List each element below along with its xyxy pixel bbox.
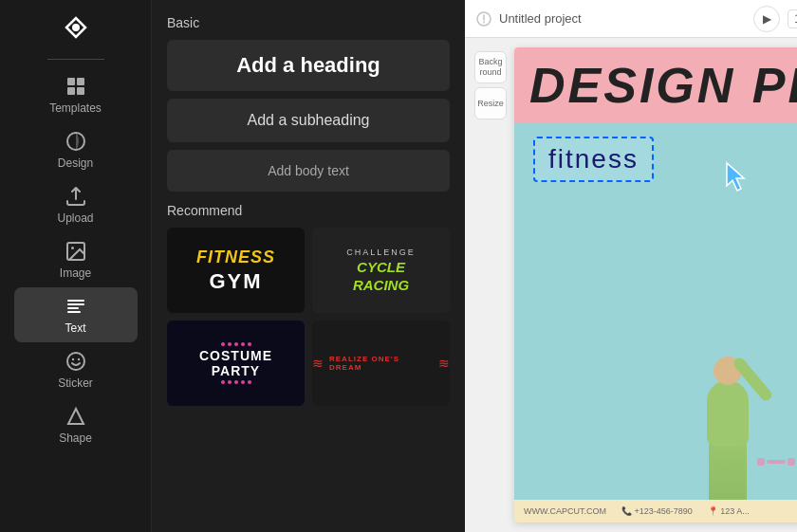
- svg-rect-5: [77, 87, 84, 95]
- sidebar-item-label: Design: [58, 156, 93, 170]
- fitness-textbox[interactable]: fitness: [533, 137, 654, 182]
- resize-tool[interactable]: Resize: [474, 87, 507, 119]
- warning-icon: [476, 11, 491, 27]
- svg-point-1: [72, 24, 80, 31]
- template-challenge-text: CHALLENGE: [346, 248, 416, 257]
- top-bar-actions: ▶ 100% ▾ ↩: [753, 6, 797, 32]
- zoom-control[interactable]: 100% ▾: [788, 9, 797, 28]
- sidebar-item-templates[interactable]: Templates: [14, 67, 138, 122]
- add-body-button[interactable]: Add body text: [167, 150, 450, 192]
- svg-rect-2: [67, 78, 75, 85]
- template-card-cycle-racing[interactable]: CHALLENGE CYCLE RACING: [312, 228, 450, 313]
- template-costume-text: COSTUME: [199, 348, 272, 363]
- sidebar-item-label: Shape: [59, 431, 92, 445]
- location-text: 📍 123 A...: [708, 506, 750, 516]
- template-card-realize-dream[interactable]: ≋ REALIZE ONE'S DREAM ≋: [312, 321, 450, 406]
- side-tools: Background Resize: [474, 47, 507, 523]
- sidebar-item-design[interactable]: Design: [14, 122, 138, 177]
- background-tool[interactable]: Background: [474, 51, 507, 83]
- sidebar-item-label: Upload: [57, 211, 93, 225]
- design-canvas[interactable]: DESIGN PLA fitness: [514, 47, 797, 523]
- costume-dots: [221, 342, 251, 346]
- right-wing-icon: ≋: [438, 356, 450, 371]
- realize-wings: ≋ REALIZE ONE'S DREAM ≋: [312, 355, 450, 372]
- costume-dots-bottom: [221, 380, 251, 384]
- canvas-panel: Untitled project ▶ 100% ▾ ↩ Background R…: [465, 0, 797, 532]
- svg-point-8: [71, 247, 74, 249]
- svg-point-10: [71, 358, 73, 360]
- canvas-body: fitness: [514, 123, 797, 523]
- sidebar-item-label: Sticker: [58, 376, 93, 390]
- top-bar: Untitled project ▶ 100% ▾ ↩: [465, 0, 797, 38]
- play-button[interactable]: ▶: [753, 6, 780, 32]
- template-cycle-text: CYCLE: [357, 259, 405, 275]
- template-racing-text: RACING: [353, 277, 409, 293]
- sidebar-item-image[interactable]: Image: [14, 232, 138, 287]
- sidebar-item-shape[interactable]: Shape: [14, 397, 138, 452]
- template-realize-text: REALIZE ONE'S DREAM: [329, 355, 433, 372]
- template-card-costume-party[interactable]: COSTUME PARTY: [167, 321, 305, 406]
- template-card-fitness-gym[interactable]: FITNESS GYM: [167, 228, 305, 313]
- text-panel: Basic Add a heading Add a subheading Add…: [152, 0, 465, 532]
- dumbbell-icon: [757, 458, 795, 466]
- app-logo: [58, 9, 94, 49]
- phone-text: 📞 +123-456-7890: [621, 506, 693, 516]
- add-subheading-button[interactable]: Add a subheading: [167, 99, 450, 142]
- canvas-design-title: DESIGN PLA: [529, 57, 797, 114]
- sidebar-item-sticker[interactable]: Sticker: [14, 342, 138, 397]
- template-fitness-line2: GYM: [209, 269, 262, 294]
- template-party-text: PARTY: [212, 363, 260, 378]
- canvas-area: Background Resize DESIGN PLA fitness: [465, 38, 797, 532]
- basic-section-title: Basic: [167, 15, 450, 30]
- sidebar-item-label: Image: [60, 266, 91, 280]
- sidebar: Templates Design Upload Image Text Stick…: [0, 0, 152, 532]
- website-text: WWW.CAPCUT.COM: [524, 506, 606, 516]
- sidebar-item-text[interactable]: Text: [14, 287, 138, 342]
- sidebar-item-label: Templates: [49, 101, 102, 115]
- sidebar-item-upload[interactable]: Upload: [14, 177, 138, 232]
- template-fitness-line1: FITNESS: [196, 248, 275, 267]
- templates-grid: FITNESS GYM CHALLENGE CYCLE RACING COSTU…: [167, 228, 450, 406]
- sidebar-item-label: Text: [65, 321, 85, 335]
- svg-point-9: [67, 353, 84, 370]
- recommend-section-title: Recommend: [167, 203, 450, 218]
- sidebar-divider: [47, 59, 104, 60]
- canvas-main-area: fitness: [514, 123, 797, 523]
- fitness-text: fitness: [548, 144, 639, 174]
- fitness-person-image: [666, 314, 789, 523]
- left-wing-icon: ≋: [312, 356, 324, 371]
- canvas-header: DESIGN PLA: [514, 47, 797, 123]
- svg-point-11: [77, 358, 79, 360]
- canvas-bottom-bar: WWW.CAPCUT.COM 📞 +123-456-7890 📍 123 A..…: [514, 500, 797, 523]
- add-heading-button[interactable]: Add a heading: [167, 40, 450, 91]
- svg-rect-3: [77, 78, 84, 85]
- svg-rect-4: [67, 87, 75, 95]
- project-title: Untitled project: [499, 11, 746, 26]
